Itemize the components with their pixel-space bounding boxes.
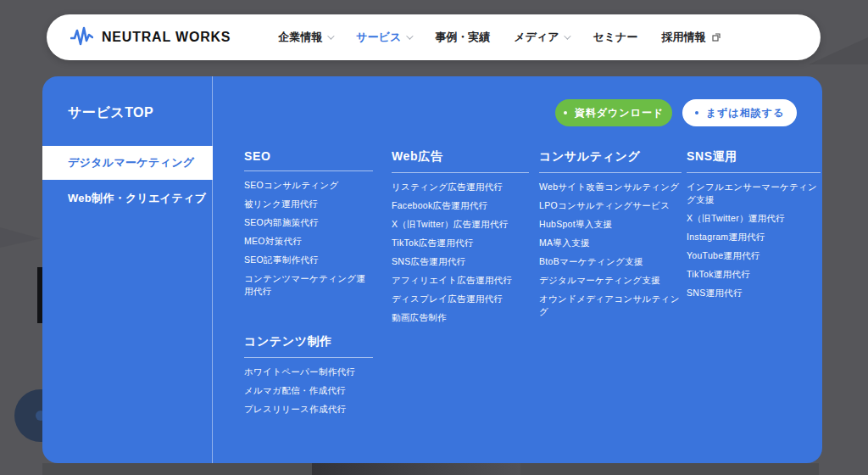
menu-item[interactable]: BtoBマーケティング支援: [539, 252, 682, 271]
menu-item[interactable]: SEO内部施策代行: [244, 213, 373, 232]
section-heading[interactable]: SEO: [244, 149, 373, 163]
menu-item[interactable]: メルマガ配信・作成代行: [244, 381, 373, 400]
nav-item-case-studies[interactable]: 事例・実績: [435, 30, 490, 45]
waveform-logo-icon: [70, 26, 93, 48]
sidebar-title[interactable]: サービスTOP: [68, 104, 153, 122]
nav-item-recruit[interactable]: 採用情報: [661, 30, 721, 45]
header: NEUTRAL WORKS 企業情報 サービス 事例・実績 メディア セミナー: [47, 14, 821, 60]
section-rule: [244, 357, 373, 358]
menu-item[interactable]: ホワイトペーパー制作代行: [244, 362, 373, 381]
menu-item[interactable]: LPOコンサルティングサービス: [539, 196, 682, 215]
menu-item[interactable]: X（旧Twitter）広告運用代行: [392, 215, 529, 233]
sidebar-divider: [212, 76, 213, 463]
services-mega-menu: サービスTOP デジタルマーケティング Web制作・クリエイティブ 資料ダウンロ…: [42, 76, 822, 463]
background-dark-strip: [312, 463, 520, 475]
menu-item[interactable]: X（旧Twitter）運用代行: [687, 209, 821, 227]
brand-logo[interactable]: NEUTRAL WORKS: [70, 26, 231, 48]
menu-item[interactable]: SEOコンサルティング: [244, 176, 373, 194]
menu-item[interactable]: TikTok広告運用代行: [392, 233, 529, 252]
chevron-down-icon: [565, 32, 571, 39]
section-heading[interactable]: SNS運用: [687, 149, 821, 165]
menu-section-sns: SNS運用 インフルエンサーマーケティング支援 X（旧Twitter）運用代行 …: [687, 149, 821, 302]
download-materials-button[interactable]: 資料ダウンロード: [555, 99, 672, 126]
menu-item[interactable]: Instagram運用代行: [687, 227, 821, 246]
menu-section-consulting: コンサルティング Webサイト改善コンサルティング LPOコンサルティングサービ…: [539, 149, 682, 321]
menu-item[interactable]: オウンドメディアコンサルティング: [539, 289, 682, 321]
download-icon: [564, 111, 567, 115]
menu-item[interactable]: Webサイト改善コンサルティング: [539, 177, 682, 196]
menu-item[interactable]: MEO対策代行: [244, 232, 373, 250]
section-heading[interactable]: コンテンツ制作: [244, 334, 373, 349]
menu-item[interactable]: アフィリエイト広告運用代行: [392, 271, 529, 289]
menu-item[interactable]: コンテンツマーケティング運用代行: [244, 269, 373, 300]
background-triangle-left: [0, 227, 41, 248]
consult-button[interactable]: まずは相談する: [682, 99, 797, 126]
menu-item[interactable]: SEO記事制作代行: [244, 250, 373, 269]
chevron-down-icon: [406, 32, 413, 39]
menu-item[interactable]: 動画広告制作: [392, 308, 529, 327]
section-rule: [539, 172, 682, 173]
sidebar-item-web-creative[interactable]: Web制作・クリエイティブ: [42, 183, 213, 214]
menu-item[interactable]: YouTube運用代行: [687, 246, 821, 265]
menu-item[interactable]: デジタルマーケティング支援: [539, 271, 682, 289]
menu-item[interactable]: SNS運用代行: [687, 283, 821, 302]
menu-item[interactable]: MA導入支援: [539, 233, 682, 252]
consult-icon: [695, 111, 698, 115]
nav-item-company[interactable]: 企業情報: [278, 30, 332, 45]
external-link-icon: [712, 33, 721, 42]
menu-item[interactable]: リスティング広告運用代行: [392, 177, 529, 196]
brand-name: NEUTRAL WORKS: [102, 30, 231, 45]
menu-section-seo: SEO SEOコンサルティング 被リンク運用代行 SEO内部施策代行 MEO対策…: [244, 149, 373, 300]
chevron-down-icon: [327, 32, 334, 39]
menu-item[interactable]: Facebook広告運用代行: [392, 196, 529, 215]
menu-item[interactable]: HubSpot導入支援: [539, 215, 682, 233]
main-nav: 企業情報 サービス 事例・実績 メディア セミナー 採用情報: [278, 30, 721, 45]
nav-item-media[interactable]: メディア: [514, 30, 569, 45]
section-rule: [687, 172, 821, 173]
section-heading[interactable]: コンサルティング: [539, 149, 682, 165]
menu-item[interactable]: プレスリリース作成代行: [244, 400, 373, 418]
nav-item-services[interactable]: サービス: [356, 30, 411, 45]
section-rule: [244, 170, 373, 171]
section-rule: [392, 172, 529, 173]
nav-item-seminar[interactable]: セミナー: [593, 30, 637, 45]
menu-item[interactable]: SNS広告運用代行: [392, 252, 529, 271]
menu-item[interactable]: インフルエンサーマーケティング支援: [687, 177, 821, 209]
menu-item[interactable]: TikTok運用代行: [687, 265, 821, 283]
section-heading[interactable]: Web広告: [392, 149, 529, 165]
menu-section-web-ads: Web広告 リスティング広告運用代行 Facebook広告運用代行 X（旧Twi…: [392, 149, 529, 327]
page-background: NEUTRAL WORKS 企業情報 サービス 事例・実績 メディア セミナー: [0, 0, 868, 475]
menu-item[interactable]: 被リンク運用代行: [244, 194, 373, 213]
menu-item[interactable]: ディスプレイ広告運用代行: [392, 289, 529, 308]
sidebar-item-digital-marketing[interactable]: デジタルマーケティング: [42, 146, 213, 180]
menu-section-content-production: コンテンツ制作 ホワイトペーパー制作代行 メルマガ配信・作成代行 プレスリリース…: [244, 334, 373, 418]
